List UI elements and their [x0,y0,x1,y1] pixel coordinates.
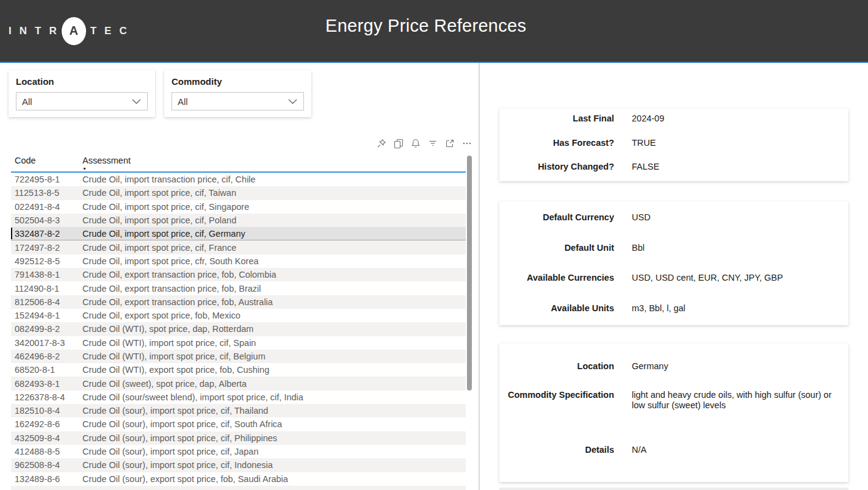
detail-label: Available Currencies [499,273,614,283]
detail-label: Default Currency [499,212,614,222]
code-cell: 162492-8-6 [15,419,82,429]
code-cell: 1226378-8-4 [15,392,82,402]
code-cell: 462496-8-2 [15,351,82,361]
commodity-filter-card: Commodity All [164,70,311,117]
table-row[interactable]: 462496-8-2 Crude Oil (WTI), import spot … [11,350,466,363]
table-row[interactable]: 492512-8-5 Crude Oil, import spot price,… [11,254,466,268]
code-cell: 962508-8-4 [15,460,82,470]
table-row[interactable]: 432509-8-4 Crude Oil (sour), import spot… [11,431,466,445]
detail-value: TRUE [632,138,841,149]
chevron-down-icon [132,99,141,104]
detail-value: Bbl [632,243,841,254]
table-row[interactable]: 962508-8-4 Crude Oil (sour), import spot… [11,458,466,472]
partial-next-row [11,486,466,490]
detail-value: USD [632,212,841,223]
column-header-assessment[interactable]: Assessment ▼ [82,154,466,171]
detail-label: Commodity Specification [499,390,614,400]
assessment-cell: Crude Oil, export spot price, fob, Mexic… [82,311,466,320]
table-row[interactable]: 722495-8-1 Crude Oil, import transaction… [11,173,466,186]
copy-icon[interactable] [394,139,403,148]
table-row[interactable]: 332487-8-2 Crude Oil, import spot price,… [11,227,466,240]
location-dropdown[interactable]: All [16,92,148,110]
table-row[interactable]: 502504-8-3 Crude Oil, import spot price,… [11,214,466,227]
code-cell: 682493-8-1 [15,379,82,389]
detail-row: Commodity Specification light and heavy … [499,390,848,411]
sort-descending-icon: ▼ [82,167,466,171]
assessment-cell: Crude Oil (sweet), spot price, dap, Albe… [82,379,466,389]
table-row[interactable]: 022491-8-4 Crude Oil, import spot price,… [11,200,466,214]
table-body: 722495-8-1 Crude Oil, import transaction… [11,173,466,486]
assessment-cell: Crude Oil, import spot price, cif, Germa… [82,229,466,239]
table-row[interactable]: 412488-8-5 Crude Oil (sour), import spot… [11,445,466,458]
code-cell: 492512-8-5 [15,256,82,266]
detail-row: History Changed? FALSE [499,162,848,173]
detail-value: m3, Bbl, l, gal [632,303,841,314]
code-column-label: Code [15,156,82,165]
assessment-cell: Crude Oil, export transaction price, fob… [82,270,466,279]
code-cell: 132489-8-6 [15,474,82,484]
detail-value: N/A [632,445,841,456]
table-row[interactable]: 682493-8-1 Crude Oil (sweet), spot price… [11,377,466,390]
location-filter-card: Location All [9,70,155,117]
assessment-cell: Crude Oil, import spot price, cif, Franc… [82,243,466,253]
detail-value: 2024-09 [632,113,841,124]
selection-cursor [11,228,12,239]
logo-letters-post: TEC [90,25,135,37]
commodity-dropdown[interactable]: All [172,92,304,110]
detail-row: Available Units m3, Bbl, l, gal [499,303,848,314]
assessment-cell: Crude Oil, import spot price, cif, Taiwa… [82,188,466,198]
code-cell: 082499-8-2 [15,324,82,334]
table-scrollbar-thumb[interactable] [467,156,472,391]
code-cell: 112513-8-5 [15,188,82,198]
commodity-dropdown-value: All [178,96,188,107]
table-row[interactable]: 152494-8-1 Crude Oil, export spot price,… [11,309,466,322]
code-cell: 332487-8-2 [15,229,82,239]
detail-row: Details N/A [499,445,848,456]
table-row[interactable]: 172497-8-2 Crude Oil, import spot price,… [11,240,466,254]
detail-label: Available Units [499,303,614,313]
table-header: Code Assessment ▼ [11,154,466,173]
status-detail-card: Last Final 2024-09 Has Forecast? TRUE Hi… [499,109,848,181]
more-options-icon[interactable] [462,139,472,148]
code-cell: 722495-8-1 [15,175,82,184]
table-row[interactable]: 182510-8-4 Crude Oil (sour), import spot… [11,404,466,417]
code-cell: 112490-8-1 [15,284,82,294]
assessment-column-label: Assessment [82,156,466,165]
table-row[interactable]: 68520-8-1 Crude Oil (WTI), export spot p… [11,363,466,377]
detail-row: Has Forecast? TRUE [499,138,848,149]
alert-bell-icon[interactable] [411,139,421,148]
table-row[interactable]: 162492-8-6 Crude Oil (sour), import spot… [11,417,466,431]
code-cell: 182510-8-4 [15,406,82,416]
code-cell: 432509-8-4 [15,433,82,443]
chevron-down-icon [288,99,297,104]
assessment-cell: Crude Oil, export transaction price, fob… [82,297,466,307]
code-cell: 502504-8-3 [15,215,82,225]
location-dropdown-value: All [22,96,32,107]
code-cell: 68520-8-1 [15,365,82,375]
column-header-code[interactable]: Code [15,154,82,171]
page-title: Energy Price References [325,16,526,36]
table-row[interactable]: 082499-8-2 Crude Oil (WTI), spot price, … [11,322,466,336]
table-row[interactable]: 112490-8-1 Crude Oil, export transaction… [11,281,466,295]
table-row[interactable]: 791438-8-1 Crude Oil, export transaction… [11,268,466,281]
detail-label: Has Forecast? [499,138,614,148]
intratec-logo: INTR A TEC [9,17,135,45]
pin-icon[interactable] [377,139,386,148]
assessment-cell: Crude Oil (sour), import spot price, cif… [82,447,466,456]
app-header: INTR A TEC Energy Price References [0,0,868,63]
assessment-cell: Crude Oil (WTI), import spot price, cif,… [82,351,466,361]
logo-letters-pre: INTR [9,25,65,37]
filter-icon[interactable] [428,139,438,148]
detail-row: Last Final 2024-09 [499,113,848,124]
table-row[interactable]: 1226378-8-4 Crude Oil (sour/sweet blend)… [11,391,466,404]
table-row[interactable]: 3420017-8-3 Crude Oil (WTI), import spot… [11,336,466,350]
assessment-cell: Crude Oil (WTI), import spot price, cif,… [82,338,466,348]
detail-label: Last Final [499,113,614,123]
table-row[interactable]: 112513-8-5 Crude Oil, import spot price,… [11,186,466,200]
assessment-cell: Crude Oil, import spot price, cif, Singa… [82,202,466,212]
detail-row: Location Germany [499,361,848,372]
assessment-cell: Crude Oil, import spot price, cif, Polan… [82,215,466,225]
table-row[interactable]: 132489-8-6 Crude Oil (sour), export spot… [11,472,466,486]
focus-mode-icon[interactable] [445,139,455,148]
table-row[interactable]: 812506-8-4 Crude Oil, export transaction… [11,295,466,309]
